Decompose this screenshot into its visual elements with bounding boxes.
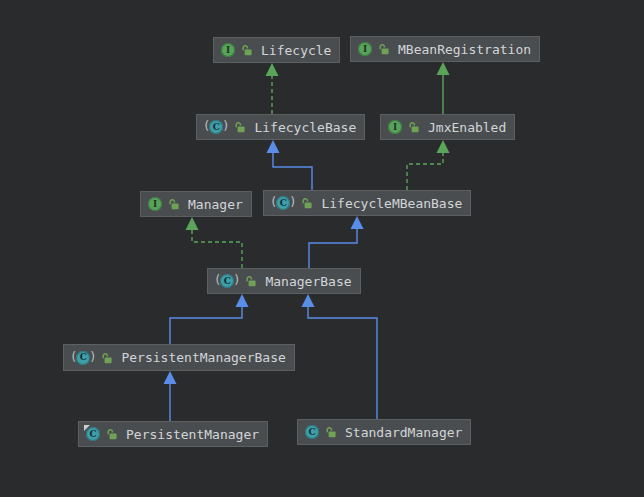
abstract-class-icon: (C) [71,351,95,365]
class-name-label: MBeanRegistration [398,43,531,56]
public-visibility-lock-icon [301,197,313,211]
arrowhead-icon [186,217,199,230]
abstract-class-icon: (C) [271,196,295,210]
arrowhead-icon [302,294,315,307]
arrowhead-icon [437,140,450,153]
edge-lifecycle-mbean-base-to-lifecycle-base-extends [267,140,313,190]
uml-node-jmx-enabled[interactable]: IJmxEnabled [380,114,515,140]
interface-icon: I [388,120,402,134]
public-visibility-lock-icon [241,44,253,58]
uml-node-persistent-manager-base[interactable]: (C)PersistentManagerBase [63,344,295,371]
class-name-label: LifecycleMBeanBase [321,197,462,210]
arrowhead-icon [236,294,249,307]
arrowhead-icon [266,63,279,76]
uml-node-mbean-registration[interactable]: IMBeanRegistration [350,36,540,62]
edge-standard-manager-to-manager-base-extends [302,294,378,419]
edge-lifecycle-mbean-base-to-jmx-enabled-implements [407,140,450,190]
edge-lifecycle-base-to-lifecycle-implements [266,63,279,114]
uml-node-lifecycle-base[interactable]: (C)LifecycleBase [196,114,365,140]
edge-jmx-enabled-to-mbean-registration-extends-interface [437,62,450,114]
final-corner-mark-icon [84,425,90,431]
interface-icon: I [221,43,235,57]
abstract-class-icon: (C) [215,274,239,288]
edge-manager-base-to-lifecycle-mbean-base-extends [309,216,364,268]
uml-node-manager[interactable]: IManager [140,191,252,217]
uml-node-lifecycle[interactable]: ILifecycle [213,37,340,63]
edge-persistent-manager-base-to-manager-base-extends [170,294,249,344]
public-visibility-lock-icon [245,275,257,289]
uml-diagram-canvas: ILifecycleIMBeanRegistration(C)Lifecycle… [0,0,644,497]
class-name-label: Lifecycle [261,44,331,57]
edge-persistent-manager-to-persistent-manager-base-extends [164,371,177,421]
uml-node-lifecycle-mbean-base[interactable]: (C)LifecycleMBeanBase [263,190,471,216]
class-name-label: StandardManager [345,426,462,439]
class-icon: C [305,425,319,439]
public-visibility-lock-icon [325,426,337,440]
arrowhead-icon [164,371,177,384]
uml-node-persistent-manager[interactable]: CPersistentManager [78,421,268,447]
class-name-label: PersistentManagerBase [121,351,285,364]
edge-manager-base-to-manager-implements [186,217,243,268]
class-name-label: LifecycleBase [254,121,356,134]
public-visibility-lock-icon [378,43,390,57]
public-visibility-lock-icon [408,121,420,135]
class-name-label: ManagerBase [265,275,351,288]
interface-icon: I [148,197,162,211]
uml-node-standard-manager[interactable]: CStandardManager [297,419,471,445]
arrowhead-icon [267,140,280,153]
arrowhead-icon [351,216,364,229]
public-visibility-lock-icon [168,198,180,212]
class-name-label: JmxEnabled [428,121,506,134]
class-name-label: Manager [188,198,243,211]
public-visibility-lock-icon [106,428,118,442]
class-name-label: PersistentManager [126,428,259,441]
uml-node-manager-base[interactable]: (C)ManagerBase [207,268,361,294]
abstract-class-icon: (C) [204,120,228,134]
public-visibility-lock-icon [101,352,113,366]
arrowhead-icon [437,62,450,75]
interface-icon: I [358,42,372,56]
public-visibility-lock-icon [234,121,246,135]
final-class-icon: C [86,427,100,441]
